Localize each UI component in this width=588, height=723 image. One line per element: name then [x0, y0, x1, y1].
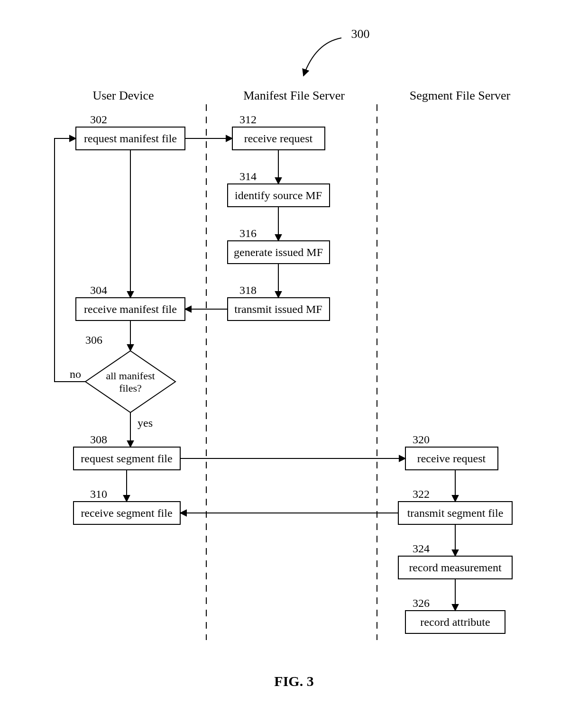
node-label-314: identify source MF	[235, 189, 322, 201]
node-num-322: 322	[413, 488, 430, 500]
edge-306-302	[55, 138, 85, 382]
node-num-302: 302	[90, 113, 107, 126]
node-label-306-line2: files?	[119, 382, 142, 394]
node-num-326: 326	[413, 597, 430, 609]
node-label-318: transmit issued MF	[234, 303, 322, 315]
lane-header-sfs: Segment File Server	[410, 89, 511, 102]
node-label-308: request segment file	[81, 452, 172, 465]
node-num-304: 304	[90, 284, 107, 296]
node-num-318: 318	[239, 284, 257, 296]
node-num-316: 316	[239, 227, 257, 239]
node-label-310: receive segment file	[81, 507, 172, 519]
node-num-324: 324	[413, 542, 430, 555]
node-label-320: receive request	[417, 452, 486, 465]
node-label-326: record attribute	[420, 616, 490, 628]
node-label-316: generate issued MF	[234, 246, 323, 258]
node-label-306-line1: all manifest	[106, 370, 155, 382]
node-label-312: receive request	[244, 132, 313, 145]
node-306	[85, 351, 175, 412]
node-label-302: request manifest file	[84, 132, 177, 145]
lane-header-user: User Device	[92, 89, 154, 102]
node-num-312: 312	[239, 113, 257, 126]
node-num-314: 314	[239, 170, 257, 183]
node-num-306: 306	[85, 334, 102, 346]
node-num-320: 320	[413, 433, 430, 446]
node-num-310: 310	[90, 488, 107, 500]
lane-header-mfs: Manifest File Server	[243, 89, 345, 102]
edge-label-yes: yes	[138, 417, 153, 429]
figure-number: 300	[351, 27, 370, 41]
node-label-322: transmit segment file	[407, 507, 504, 519]
figure-caption: FIG. 3	[0, 673, 588, 689]
edge-label-no: no	[70, 368, 81, 380]
node-num-308: 308	[90, 433, 107, 446]
node-label-324: record measurement	[409, 561, 502, 574]
node-label-304: receive manifest file	[84, 303, 177, 315]
